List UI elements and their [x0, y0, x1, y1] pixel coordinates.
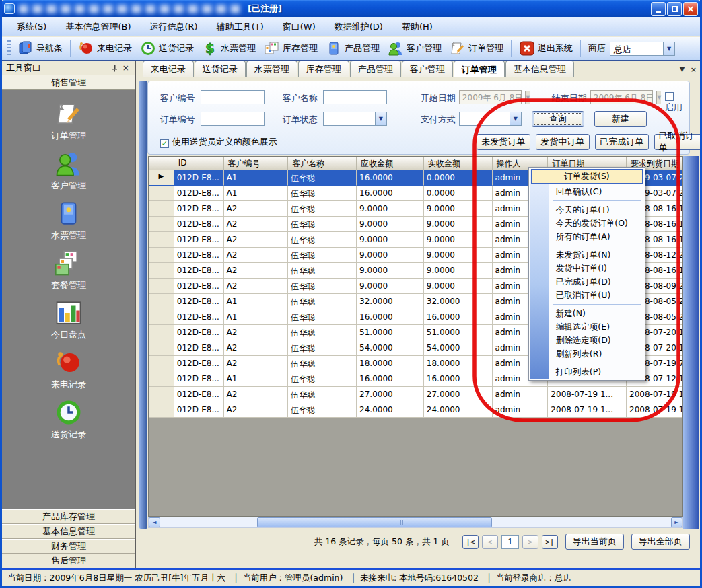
context-menu-item[interactable]: 新建(N) [530, 307, 643, 320]
order-no-input[interactable] [201, 112, 265, 126]
page-number-input[interactable] [501, 535, 519, 549]
menu-item[interactable]: 辅助工具(T) [207, 18, 273, 36]
status-filter-completed[interactable]: 已完成订单 [595, 134, 649, 150]
end-date-picker[interactable]: 2009年 6月 8日 ▼ [590, 90, 653, 104]
menu-item[interactable]: 基本信息管理(B) [56, 18, 140, 36]
query-button[interactable]: 查询 [532, 111, 584, 127]
call-record-button[interactable]: 来电记录 [74, 38, 136, 59]
water-ticket-button[interactable]: $ 水票管理 [198, 38, 260, 59]
col-header-receivable[interactable]: 应收金额 [357, 157, 424, 170]
context-menu-item[interactable] [553, 363, 641, 363]
context-menu-item[interactable]: 打印列表(P) [530, 365, 643, 379]
inventory-button[interactable]: 库存管理 [260, 38, 322, 59]
tab[interactable]: 基本信息管理 [505, 61, 574, 77]
store-select[interactable]: 总店 ▼ [610, 42, 675, 56]
row-selector-cell[interactable] [149, 294, 174, 309]
context-menu-item[interactable] [553, 246, 641, 246]
customer-name-input[interactable] [323, 90, 387, 104]
scrollbar-track[interactable] [160, 517, 671, 527]
row-selector-cell[interactable] [149, 325, 174, 340]
next-page-button[interactable]: > [522, 535, 538, 549]
export-all-pages-button[interactable]: 导出全部页 [631, 534, 690, 550]
tool-window-close-button[interactable]: × [120, 63, 131, 73]
color-display-checkbox[interactable]: ✓使用送货员定义的颜色展示 [160, 136, 277, 148]
row-selector-cell[interactable] [149, 248, 174, 263]
export-current-page-button[interactable]: 导出当前页 [565, 534, 624, 550]
toolbar-grip[interactable] [7, 40, 11, 57]
row-selector-cell[interactable] [149, 356, 174, 371]
row-selector-cell[interactable]: ▶ [149, 170, 174, 186]
scrollbar-thumb[interactable] [257, 517, 492, 527]
tab[interactable]: 水票管理 [246, 61, 297, 77]
close-button[interactable]: × [683, 2, 698, 16]
order-button[interactable]: 订单管理 [446, 38, 507, 59]
context-menu-item[interactable]: 编辑选定项(E) [530, 320, 643, 334]
col-header-customer-no[interactable]: 客户编号 [224, 157, 289, 170]
sidebar-group-bar[interactable]: 产品库存管理 [2, 509, 135, 524]
start-date-picker[interactable]: 2009年 6月 8日 ▼ [459, 90, 522, 104]
last-page-button[interactable]: >| [542, 535, 558, 549]
sidebar-item-order[interactable]: 订单管理 [2, 98, 135, 143]
context-menu-item[interactable] [553, 200, 641, 201]
status-filter-shipping[interactable]: 发货中订单 [536, 134, 590, 150]
sidebar-item-customer[interactable]: 客户管理 [2, 148, 135, 193]
context-menu-item[interactable]: 刷新列表(R) [530, 347, 643, 361]
table-row[interactable]: 012D-E8... A2 伍华聪 24.0000 24.0000 admin … [149, 402, 682, 418]
enable-checkbox[interactable]: 启用 [665, 91, 689, 114]
row-selector-cell[interactable] [149, 263, 174, 279]
minimize-button[interactable] [651, 2, 666, 16]
row-selector-cell[interactable] [149, 201, 174, 217]
sidebar-item-water-ticket[interactable]: 水票管理 [2, 198, 135, 243]
menu-item[interactable]: 帮助(H) [392, 18, 442, 36]
tab[interactable]: 来电记录 [143, 61, 194, 77]
scroll-right-button[interactable]: ► [671, 517, 682, 527]
row-selector-cell[interactable] [149, 186, 174, 201]
status-filter-unshipped[interactable]: 未发货订单 [477, 134, 530, 150]
row-selector-header[interactable] [149, 157, 174, 170]
customer-no-input[interactable] [201, 90, 265, 104]
prev-page-button[interactable]: < [482, 535, 498, 549]
context-menu-item[interactable]: 今天的订单(T) [530, 203, 643, 217]
menu-item[interactable]: 系统(S) [7, 18, 56, 36]
tab[interactable]: 库存管理 [298, 61, 349, 77]
context-menu-item[interactable]: 已完成订单(D) [530, 275, 643, 289]
table-row[interactable]: 012D-E8... A2 伍华聪 27.0000 27.0000 admin … [149, 387, 682, 402]
row-selector-cell[interactable] [149, 309, 174, 325]
row-selector-cell[interactable] [149, 371, 174, 387]
menu-item[interactable]: 数据维护(D) [325, 18, 392, 36]
col-header-id[interactable]: ID [174, 157, 224, 170]
sidebar-item-daily-check[interactable]: 今日盘点 [2, 297, 135, 342]
menu-item[interactable]: 窗口(W) [273, 18, 325, 36]
nav-bar-button[interactable]: 导航条 [13, 38, 67, 59]
sidebar-item-delivery-record[interactable]: 送货记录 [2, 397, 135, 442]
col-header-received[interactable]: 实收金额 [424, 157, 493, 170]
tab[interactable]: 订单管理 [454, 61, 505, 77]
tab-close-button[interactable]: × [691, 63, 697, 74]
context-menu-item[interactable]: 回单确认(C) [530, 185, 643, 198]
row-selector-cell[interactable] [149, 402, 174, 418]
context-menu-item[interactable]: 所有的订单(A) [530, 230, 643, 244]
menu-item[interactable]: 运行信息(R) [140, 18, 207, 36]
context-menu-item[interactable]: 已取消订单(U) [530, 289, 643, 302]
customer-button[interactable]: 客户管理 [384, 38, 446, 59]
row-selector-cell[interactable] [149, 387, 174, 402]
context-menu-item[interactable]: 未发货订单(N) [530, 248, 643, 262]
row-selector-cell[interactable] [149, 232, 174, 248]
row-selector-cell[interactable] [149, 279, 174, 294]
tab[interactable]: 产品管理 [350, 61, 401, 77]
context-menu-item[interactable]: 删除选定项(D) [530, 334, 643, 347]
first-page-button[interactable]: |< [462, 535, 479, 549]
sidebar-item-call-record[interactable]: 来电记录 [2, 347, 135, 392]
context-menu-item[interactable]: 订单发货(S) [531, 169, 643, 184]
col-header-customer-name[interactable]: 客户名称 [288, 157, 357, 170]
order-status-select[interactable]: ▼ [323, 112, 387, 126]
maximize-button[interactable] [667, 2, 682, 16]
pin-button[interactable] [110, 63, 120, 73]
tab-scroll-button[interactable]: ▼ [679, 65, 685, 73]
context-menu-item[interactable]: 发货中订单(I) [530, 262, 643, 275]
context-menu-item[interactable]: 今天的发货订单(O) [530, 217, 643, 230]
product-button[interactable]: 产品管理 [322, 38, 384, 59]
scroll-left-button[interactable]: ◄ [149, 517, 160, 527]
sidebar-group-bar[interactable]: 售后管理 [2, 554, 135, 568]
sidebar-item-combo[interactable]: 套餐管理 [2, 248, 135, 293]
